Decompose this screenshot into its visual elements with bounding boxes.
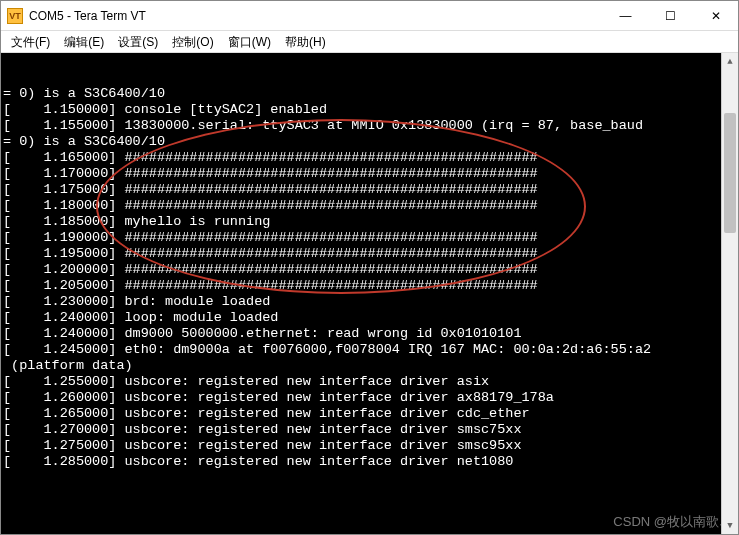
app-window: VT COM5 - Tera Term VT — ☐ ✕ 文件(F) 编辑(E)…: [0, 0, 739, 535]
vertical-scrollbar[interactable]: ▲ ▼: [721, 53, 738, 534]
app-icon: VT: [7, 8, 23, 24]
scrollbar-thumb[interactable]: [724, 113, 736, 233]
terminal-output[interactable]: = 0) is a S3C6400/10 [ 1.150000] console…: [1, 53, 738, 534]
scroll-down-icon[interactable]: ▼: [722, 517, 738, 534]
menu-file[interactable]: 文件(F): [5, 33, 56, 50]
titlebar[interactable]: VT COM5 - Tera Term VT — ☐ ✕: [1, 1, 738, 31]
menu-setup[interactable]: 设置(S): [112, 33, 164, 50]
menubar: 文件(F) 编辑(E) 设置(S) 控制(O) 窗口(W) 帮助(H): [1, 31, 738, 53]
menu-edit[interactable]: 编辑(E): [58, 33, 110, 50]
watermark-text: CSDN @牧以南歌〆: [613, 514, 732, 530]
scroll-up-icon[interactable]: ▲: [722, 53, 738, 70]
menu-control[interactable]: 控制(O): [166, 33, 219, 50]
menu-window[interactable]: 窗口(W): [222, 33, 277, 50]
minimize-button[interactable]: —: [603, 1, 648, 30]
close-button[interactable]: ✕: [693, 1, 738, 30]
menu-help[interactable]: 帮助(H): [279, 33, 332, 50]
window-title: COM5 - Tera Term VT: [29, 9, 603, 23]
window-controls: — ☐ ✕: [603, 1, 738, 30]
terminal-lines: = 0) is a S3C6400/10 [ 1.150000] console…: [3, 86, 736, 470]
maximize-button[interactable]: ☐: [648, 1, 693, 30]
